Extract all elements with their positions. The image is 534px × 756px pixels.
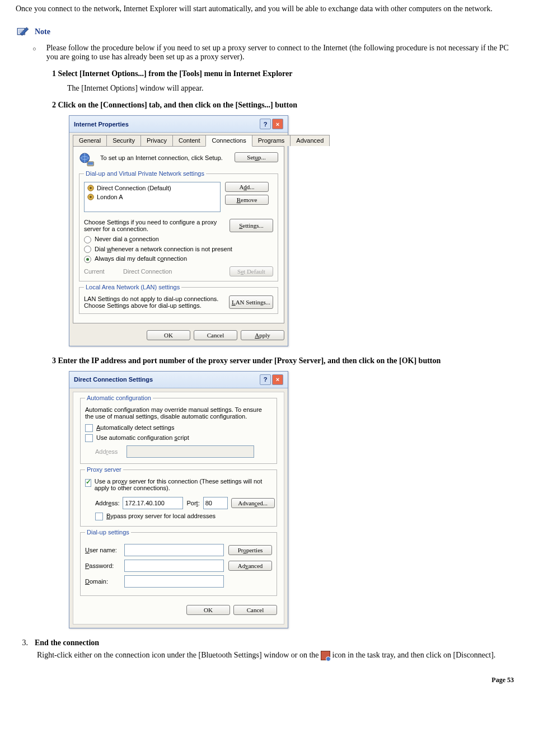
svg-point-7: [90, 187, 92, 189]
tabs: General Security Privacy Content Connect…: [73, 135, 284, 147]
dialup-legend: Dial-up and Virtual Private Network sett…: [84, 170, 206, 177]
ok-button[interactable]: OK: [147, 330, 190, 340]
set-default-button: Set Default: [229, 266, 273, 276]
tab-privacy[interactable]: Privacy: [140, 135, 173, 146]
lan-legend: Local Area Network (LAN) settings: [84, 284, 181, 290]
remove-button[interactable]: Remove: [225, 195, 269, 205]
cancel-button[interactable]: Cancel: [233, 605, 277, 615]
settings-button[interactable]: Settings...: [229, 219, 273, 232]
page-number: Page 53: [16, 676, 518, 684]
use-proxy-checkbox[interactable]: [85, 479, 91, 487]
auto-detect-label: Automatically detect settings: [96, 424, 174, 431]
help-icon[interactable]: ?: [260, 374, 271, 385]
end-connection-section: 3. End the connection Right-click either…: [16, 638, 518, 660]
use-proxy-label: Use a proxy server for this connection (…: [95, 478, 272, 491]
bullet-circle-icon: ○: [32, 45, 36, 52]
svg-point-9: [90, 196, 92, 198]
internet-properties-dialog: Internet Properties ? × General Security…: [69, 115, 288, 346]
password-label: Password:: [85, 562, 124, 569]
end-text-a: Right-click either on the connection ico…: [37, 651, 319, 659]
connections-list[interactable]: Direct Connection (Default) London A: [84, 182, 221, 212]
auto-config-text: Automatic configuration may override man…: [85, 406, 272, 420]
use-script-checkbox[interactable]: [85, 434, 93, 442]
script-address-input: [127, 445, 254, 458]
tab-advanced[interactable]: Advanced: [290, 135, 330, 146]
choose-settings-text: Choose Settings if you need to configure…: [84, 219, 229, 232]
globe-icon: [79, 152, 96, 169]
setup-button[interactable]: Setup...: [235, 152, 278, 162]
svg-rect-5: [88, 162, 93, 165]
current-value: Direct Connection: [123, 268, 229, 275]
apply-button[interactable]: Apply: [241, 330, 284, 340]
dialog-title-text: Internet Properties: [74, 121, 129, 128]
intro-paragraph: Once you connect to the network, Interne…: [16, 4, 518, 13]
note-label: Note: [35, 27, 50, 36]
proxy-legend: Proxy server: [85, 466, 123, 473]
step1-title: 1 Select [Internet Options...] from the …: [52, 69, 518, 78]
network-icon: [87, 193, 95, 201]
advanced2-button[interactable]: Advanced: [228, 561, 272, 571]
proxy-port-label: Port:: [186, 500, 199, 506]
domain-input[interactable]: [124, 575, 224, 588]
auto-config-legend: Automatic configuration: [85, 395, 153, 401]
note-header: Note: [16, 25, 518, 39]
address-label: Address: [95, 448, 127, 455]
radio-dial-whenever-label: Dial whenever a network connection is no…: [95, 246, 232, 252]
tab-connections[interactable]: Connections: [205, 135, 252, 147]
advanced-button[interactable]: Advanced...: [231, 498, 275, 508]
bypass-label: Bypass proxy server for local addresses: [106, 513, 216, 519]
tab-general[interactable]: General: [73, 135, 107, 146]
setup-text: To set up an Internet connection, click …: [100, 152, 235, 161]
proxy-port-input[interactable]: [203, 497, 228, 509]
radio-always[interactable]: [84, 256, 91, 263]
radio-never[interactable]: [84, 236, 91, 243]
radio-never-label: Never dial a connection: [95, 236, 159, 242]
dialog-title-text: Direct Connection Settings: [74, 376, 153, 383]
help-icon[interactable]: ?: [260, 119, 271, 129]
proxy-address-input[interactable]: [123, 497, 183, 509]
properties-button[interactable]: Properties: [228, 545, 272, 555]
connection-item[interactable]: London A: [86, 192, 219, 201]
cancel-button[interactable]: Cancel: [194, 330, 237, 340]
username-input[interactable]: [124, 544, 224, 556]
direct-connection-settings-dialog: Direct Connection Settings ? × Automatic…: [69, 371, 288, 628]
add-button[interactable]: Add...: [225, 182, 269, 192]
end-title: End the connection: [35, 638, 99, 647]
radio-dial-whenever[interactable]: [84, 246, 91, 253]
close-icon[interactable]: ×: [272, 374, 283, 385]
password-input[interactable]: [124, 560, 224, 572]
bluetooth-tray-icon: [321, 651, 330, 660]
step3-title: 3 Enter the IP address and port number o…: [52, 356, 518, 365]
domain-label: Domain:: [85, 578, 124, 585]
note-text: Please follow the procedure below if you…: [46, 44, 518, 62]
end-text-b: icon in the task tray, and then click on…: [332, 651, 496, 659]
radio-always-label: Always dial my default connection: [95, 255, 187, 262]
note-icon: [16, 25, 30, 39]
tab-security[interactable]: Security: [106, 135, 141, 146]
tab-programs[interactable]: Programs: [252, 135, 291, 146]
bypass-checkbox[interactable]: [95, 513, 103, 520]
auto-detect-checkbox[interactable]: [85, 424, 93, 432]
close-icon[interactable]: ×: [272, 119, 283, 129]
note-bullet: ○ Please follow the procedure below if y…: [32, 44, 518, 62]
step1-desc: The [Internet Options] window will appea…: [67, 84, 518, 93]
lan-settings-button[interactable]: LAN Settings...: [229, 295, 273, 309]
ok-button[interactable]: OK: [186, 605, 230, 615]
use-script-label: Use automatic configuration script: [96, 434, 189, 441]
proxy-address-label: Address:: [95, 500, 119, 506]
network-icon: [87, 184, 95, 192]
current-label: Current: [84, 268, 123, 275]
dialup-settings-legend: Dial-up settings: [85, 529, 131, 536]
step2-title: 2 Click on the [Connections] tab, and th…: [52, 101, 518, 110]
lan-text: LAN Settings do not apply to dial-up con…: [84, 295, 229, 309]
tab-content[interactable]: Content: [172, 135, 207, 146]
username-label: User name:: [85, 547, 124, 553]
list-number: 3.: [16, 638, 28, 647]
connection-item[interactable]: Direct Connection (Default): [86, 184, 219, 192]
